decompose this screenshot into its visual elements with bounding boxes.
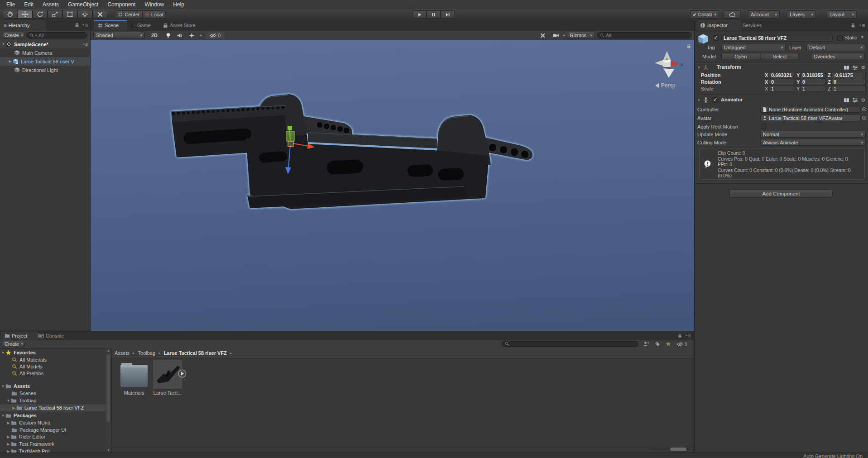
tree-item-custom-nunit[interactable]: ▶ Custom NUnit [0,419,106,426]
thumbnail-size-slider[interactable] [651,448,690,450]
tab-inspector[interactable]: Inspector [696,20,742,31]
pivot-center-button[interactable]: Center [116,10,142,19]
hidden-packages-toggle[interactable]: 9 [676,341,687,347]
menu-component[interactable]: Component [103,1,140,8]
asset-tile-larue-model[interactable]: Larue Tacti... [150,360,185,405]
tool-rect-button[interactable] [62,10,77,19]
tab-asset-store[interactable]: Asset Store [159,20,206,31]
culling-mode-dropdown[interactable]: Always Animate [760,139,866,146]
gizmos-dropdown[interactable]: Gizmos [567,32,595,39]
pane-menu-icon[interactable] [859,23,865,28]
breadcrumb-toolbag[interactable]: Toolbag [138,350,156,356]
gizmo-center-handle[interactable] [288,141,293,147]
hierarchy-create-dropdown[interactable]: Create [2,32,24,38]
add-component-button[interactable]: Add Component [729,189,833,198]
hierarchy-item-larue[interactable]: ▶ Larue Tactical 58 riser V [0,57,90,66]
hierarchy-scene-row[interactable]: ▼ SampleScene* [0,40,90,49]
tree-item-toolbag[interactable]: ▼ Toolbag [0,397,106,404]
play-button[interactable] [412,10,427,19]
menu-file[interactable]: File [2,1,19,8]
tree-item-assets[interactable]: ▼ Assets [0,382,106,390]
rotation-x-field[interactable]: 0 [769,79,794,85]
position-y-field[interactable]: 0.318355 [800,72,825,78]
object-name-field[interactable]: Larue Tactical 58 riser VFZ [721,34,833,42]
scene-viewport[interactable]: x Persp [91,40,694,331]
position-x-field[interactable]: 0.693321 [769,72,794,78]
expander-icon[interactable]: ▶ [8,59,13,63]
scrollbar-thumb[interactable] [106,354,110,422]
tab-console[interactable]: Console [34,331,75,340]
breadcrumb-assets[interactable]: Assets [115,350,129,356]
object-picker-icon[interactable] [862,107,867,112]
auto-generate-lighting-toggle[interactable]: Auto Generate Lighting On [803,453,863,458]
tree-item-larue-folder[interactable]: ▶ Larue Tactical 58 riser VFZ [0,404,106,411]
tree-item-all-materials[interactable]: All Materials [0,356,106,363]
persp-toggle[interactable]: Persp [655,82,676,89]
scroll-up-icon[interactable]: ▲ [107,349,110,352]
scene-tools-button[interactable] [537,32,548,39]
hierarchy-item-main-camera[interactable]: Main Camera [0,48,90,57]
layout-dropdown[interactable]: Layout [827,10,857,19]
animator-header[interactable]: ▼ Animator ⚙ [695,96,868,104]
tree-item-packages[interactable]: ▼ Packages [0,412,106,419]
overrides-dropdown[interactable]: Overrides [811,53,864,60]
scene-visibility-toggle[interactable]: 0 [206,32,225,39]
gear-icon[interactable]: ⚙ [861,97,865,103]
pane-menu-icon[interactable] [82,23,88,28]
transform-header[interactable]: ▼ Transform ⚙ [695,63,868,72]
menu-edit[interactable]: Edit [19,1,38,8]
pause-button[interactable] [427,10,441,19]
cloud-button[interactable] [724,10,741,19]
project-tree-scrollbar[interactable]: ▲ ▼ [106,348,112,453]
scene-menu-icon[interactable] [82,42,88,47]
breadcrumb-current[interactable]: Larue Tactical 58 riser VFZ [164,350,227,356]
project-create-dropdown[interactable]: Create [2,341,24,347]
menu-window[interactable]: Window [140,1,168,8]
tree-item-scenes[interactable]: Scenes [0,390,106,397]
tree-item-package-manager-ui[interactable]: Package Manager UI [0,426,106,434]
gizmo-y-handle[interactable] [288,126,292,130]
help-icon[interactable] [844,65,849,70]
expander-icon[interactable]: ▼ [696,66,701,70]
pivot-local-button[interactable]: Local [142,10,166,19]
scale-z-field[interactable]: 1 [831,86,866,92]
scale-y-field[interactable]: 1 [800,86,825,92]
preset-icon[interactable] [852,65,858,70]
layers-dropdown[interactable]: Layers [787,10,816,19]
model-select-button[interactable]: Select [761,53,799,60]
tab-project[interactable]: Project [1,331,38,340]
scene-camera-button[interactable] [550,32,561,39]
expand-subassets-icon[interactable] [178,369,187,378]
gizmo-x-axis-cone[interactable] [671,61,679,67]
gear-icon[interactable]: ⚙ [861,65,865,71]
static-checkbox[interactable] [837,35,843,41]
hierarchy-search-input[interactable]: ▾ All [26,32,87,38]
help-icon[interactable] [844,98,849,103]
tool-scale-button[interactable] [48,10,62,19]
account-dropdown[interactable]: Account [748,10,780,19]
expander-icon[interactable]: ▼ [696,98,701,102]
step-button[interactable] [441,10,455,19]
animator-enabled-checkbox[interactable] [713,97,718,103]
tool-transform-button[interactable] [77,10,92,19]
tree-item-all-models[interactable]: All Models [0,363,106,370]
apply-root-motion-checkbox[interactable] [761,124,766,129]
scene-lighting-toggle[interactable] [163,32,173,39]
tree-item-rider-editor[interactable]: ▶ Rider Editor [0,433,106,440]
tool-custom-button[interactable] [92,10,107,19]
layer-dropdown[interactable]: Default [806,44,865,51]
2d-toggle-button[interactable]: 2D [149,32,160,39]
pane-menu-icon[interactable] [685,334,691,338]
tag-dropdown[interactable]: Untagged [721,44,786,51]
avatar-object-field[interactable]: Larue Tactical 58 riser VFZAvatar [760,114,861,121]
tree-item-textmesh-pro[interactable]: ▶ TextMesh Pro [0,448,106,453]
menu-assets[interactable]: Assets [38,1,63,8]
tool-hand-button[interactable] [3,10,18,19]
position-z-field[interactable]: -0.61175 [831,72,866,78]
update-mode-dropdown[interactable]: Normal [760,131,866,138]
asset-tile-materials[interactable]: Materials [117,360,151,405]
controller-object-field[interactable]: None (Runtime Animator Controller) [760,106,861,113]
scene-effects-caret[interactable]: ▾ [198,32,203,39]
tree-item-all-prefabs[interactable]: All Prefabs [0,370,106,377]
favorites-filter-icon[interactable] [666,341,671,347]
